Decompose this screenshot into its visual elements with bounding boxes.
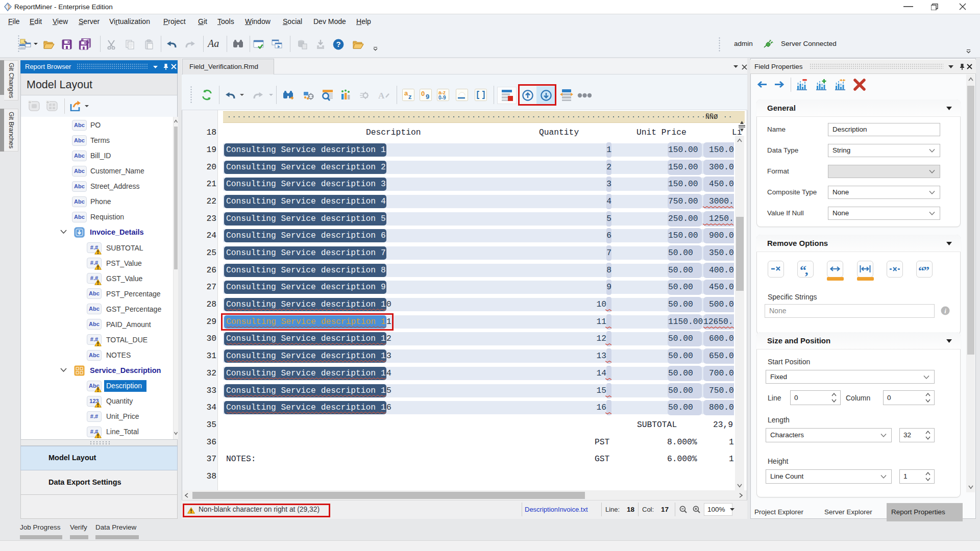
svg-text:A: A [378,91,385,100]
svg-text:0: 0 [421,90,425,97]
svg-text:a: a [404,89,408,97]
svg-text:0-9: 0-9 [438,95,446,101]
svg-text:?: ? [336,40,340,48]
svg-text:i: i [944,307,946,315]
svg-text:z: z [408,93,412,101]
svg-text:9: 9 [426,93,429,101]
